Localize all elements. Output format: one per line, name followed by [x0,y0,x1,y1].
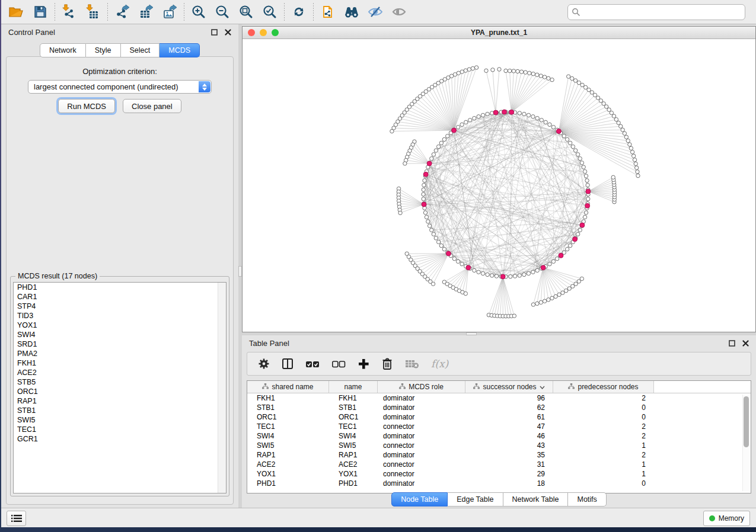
column-type-icon [473,383,480,391]
tab-node-table[interactable]: Node Table [391,492,448,507]
cell-successor-nodes: 46 [465,432,553,440]
zoom-fit-icon[interactable] [234,2,258,21]
mcds-result-item[interactable]: PHD1 [14,283,226,292]
cell-shared-name: SWI4 [247,432,329,440]
mcds-result-item[interactable]: SWI4 [14,330,226,339]
mcds-result-item[interactable]: ORC1 [14,387,226,396]
hide-eye-icon[interactable] [363,2,387,21]
select-all-icon[interactable] [305,359,320,368]
desktop: Control Panel NetworkStyleSelectMCDS Opt… [0,0,756,532]
refresh-icon[interactable] [287,2,311,21]
export-image-icon[interactable] [158,2,181,21]
cell-successor-nodes: 62 [465,403,553,412]
mcds-result-item[interactable]: RAP1 [14,396,226,406]
mcds-result-list[interactable]: PHD1CAR1STP4TID3YOX1SWI4SRD1PMA2FKH1ACE2… [13,282,227,493]
add-column-icon[interactable] [358,358,369,370]
settings-gear-icon[interactable] [258,358,270,370]
table-row[interactable]: SWI5SWI5connector431 [247,441,751,450]
table-row[interactable]: RAP1RAP1dominator352 [247,450,751,460]
open-session-icon[interactable] [5,2,28,21]
tab-network[interactable]: Network [40,43,86,57]
table-row[interactable]: FKH1FKH1dominator962 [247,393,751,403]
minimize-window-icon[interactable] [260,29,267,36]
column-header-name[interactable]: name [329,381,378,393]
mcds-result-item[interactable]: PMA2 [14,349,226,358]
column-header-shared-name[interactable]: shared name [247,381,329,393]
show-eye-icon[interactable] [387,2,411,21]
close-panel-icon[interactable] [225,29,231,36]
tab-mcds[interactable]: MCDS [160,43,200,57]
toolbar-separator [313,3,314,21]
mcds-result-item[interactable]: FKH1 [14,358,226,368]
show-panels-list-button[interactable] [7,511,26,526]
split-view-icon[interactable] [282,358,294,370]
mcds-result-item[interactable]: ACE2 [14,368,226,377]
cell-successor-nodes: 43 [465,441,553,450]
table-row[interactable]: TEC1TEC1connector472 [247,422,751,431]
duplicate-network-icon[interactable] [316,2,340,21]
export-table-icon[interactable] [134,2,158,21]
search-binoculars-icon[interactable] [340,2,363,21]
table-row[interactable]: ORC1ORC1dominator610 [247,412,751,422]
list-scrollbar[interactable] [218,283,226,493]
tab-style[interactable]: Style [86,43,121,57]
network-canvas[interactable] [243,39,755,332]
zoom-in-icon[interactable] [187,2,210,21]
delete-column-trash-icon[interactable] [381,357,393,370]
toolbar-separator [284,3,285,21]
close-panel-button[interactable]: Close panel [123,99,181,113]
save-session-icon[interactable] [28,2,52,21]
cell-successor-nodes: 61 [465,413,553,421]
table-scrollbar[interactable] [742,395,749,491]
close-window-icon[interactable] [248,29,255,36]
delete-table-icon[interactable] [405,358,419,369]
cell-MCDS-role: dominator [378,394,465,402]
cell-shared-name: TEC1 [247,422,329,431]
mcds-result-item[interactable]: STB1 [14,406,226,415]
table-row[interactable]: ACE2ACE2connector311 [247,460,751,469]
zoom-selected-icon[interactable] [258,2,282,21]
tab-network-table[interactable]: Network Table [503,492,569,507]
tab-select[interactable]: Select [121,43,160,57]
function-builder-icon[interactable]: f(x) [431,358,448,370]
cell-shared-name: STB1 [247,403,329,412]
float-panel-icon[interactable] [211,29,218,36]
cell-successor-nodes: 29 [465,470,553,478]
mcds-result-item[interactable]: STB5 [14,377,226,387]
column-header-successor-nodes[interactable]: successor nodes [465,381,553,393]
table-row[interactable]: YOX1YOX1connector291 [247,469,751,479]
cell-MCDS-role: connector [378,441,465,450]
tab-edge-table[interactable]: Edge Table [448,492,503,507]
column-header-predecessor-nodes[interactable]: predecessor nodes [553,381,654,393]
float-panel-icon[interactable] [729,340,735,347]
mcds-result-item[interactable]: CAR1 [14,292,226,302]
scrollbar-thumb[interactable] [744,396,749,447]
close-panel-icon[interactable] [742,340,749,347]
mcds-result-item[interactable]: SWI5 [14,415,226,425]
mcds-result-item[interactable]: TEC1 [14,425,226,434]
mcds-result-item[interactable]: GCR1 [14,434,226,444]
zoom-out-icon[interactable] [210,2,234,21]
table-row[interactable]: STB1STB1dominator620 [247,403,751,412]
maximize-window-icon[interactable] [272,29,279,36]
search-input[interactable] [580,7,741,17]
criterion-dropdown[interactable]: largest connected component (undirected) [28,80,212,94]
tab-motifs[interactable]: Motifs [568,492,606,507]
run-mcds-button[interactable]: Run MCDS [58,99,115,113]
export-network-icon[interactable] [110,2,134,21]
cell-MCDS-role: dominator [378,403,465,412]
import-network-icon[interactable] [58,2,81,21]
mcds-result-item[interactable]: YOX1 [14,321,226,330]
cell-shared-name: PHD1 [247,479,329,488]
mcds-result-item[interactable]: TID3 [14,311,226,321]
mcds-tab-content: Optimization criterion: largest connecte… [6,56,234,505]
table-row[interactable]: SWI4SWI4dominator462 [247,431,751,441]
mcds-result-item[interactable]: SRD1 [14,339,226,349]
memory-button[interactable]: Memory [703,511,750,526]
mcds-result-title: MCDS result (17 nodes) [15,272,100,280]
table-row[interactable]: PHD1PHD1dominator180 [247,479,751,488]
deselect-all-icon[interactable] [331,359,346,368]
mcds-result-item[interactable]: STP4 [14,302,226,311]
import-table-icon[interactable] [81,2,105,21]
column-header-MCDS-role[interactable]: MCDS role [378,381,465,393]
